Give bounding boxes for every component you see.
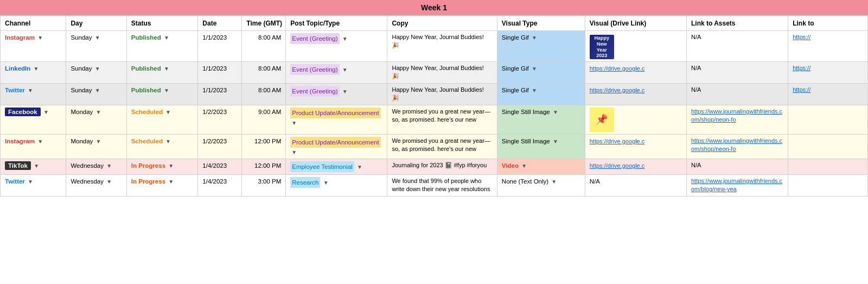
day-dropdown-arrow[interactable]: ▼ <box>96 138 101 144</box>
channel-label: LinkedIn <box>5 65 30 72</box>
channel-label: Twitter <box>5 178 25 185</box>
topic-dropdown-arrow[interactable]: ▼ <box>342 67 348 73</box>
day-label: Wednesday <box>71 178 104 185</box>
status-badge: Scheduled <box>131 138 163 144</box>
visual-type-dropdown-arrow[interactable]: ▼ <box>532 87 537 93</box>
channel-dropdown-arrow[interactable]: ▼ <box>34 163 39 169</box>
visual-type-dropdown-arrow[interactable]: ▼ <box>553 138 558 144</box>
cell-copy: We found that 99% of people who write do… <box>387 174 497 196</box>
visual-type-dropdown-arrow[interactable]: ▼ <box>551 179 557 185</box>
day-label: Sunday <box>71 34 92 41</box>
assets-link[interactable]: https://www.journalingwithfriends.com/sh… <box>691 137 782 152</box>
cell-date: 1/2/2023 <box>198 134 242 159</box>
cell-assets: N/A <box>686 159 788 174</box>
cell-time: 8:00 AM <box>242 83 286 105</box>
cell-topic: Product Update/Announcement ▼ <box>286 105 387 134</box>
day-dropdown-arrow[interactable]: ▼ <box>106 179 112 185</box>
status-dropdown-arrow[interactable]: ▼ <box>165 138 171 144</box>
table-row: Instagram ▼Monday ▼Scheduled ▼1/2/202312… <box>1 134 868 159</box>
visual-type-label: Single Gif <box>502 65 529 72</box>
cell-status: In Progress ▼ <box>126 159 198 174</box>
visual-drive-link[interactable]: https://drive.google.c <box>590 138 645 144</box>
visual-type-dropdown-arrow[interactable]: ▼ <box>532 35 537 41</box>
day-dropdown-arrow[interactable]: ▼ <box>95 35 100 41</box>
col-header-status: Status <box>126 16 198 31</box>
cell-visual-drive: https://drive.google.c <box>585 134 686 159</box>
status-badge: Published <box>131 65 161 72</box>
status-dropdown-arrow[interactable]: ▼ <box>164 35 169 41</box>
cell-assets: N/A <box>686 31 788 62</box>
cell-date: 1/1/2023 <box>198 31 242 62</box>
status-badge: Published <box>131 34 161 41</box>
channel-dropdown-arrow[interactable]: ▼ <box>37 138 43 144</box>
cell-status: In Progress ▼ <box>126 174 198 196</box>
topic-label: Event (Greeting) <box>290 86 339 97</box>
cell-status: Published ▼ <box>126 31 198 62</box>
cell-visual-type: Single Gif ▼ <box>497 62 585 84</box>
visual-type-dropdown-arrow[interactable]: ▼ <box>532 66 537 72</box>
cell-visual-drive: 📌 <box>585 105 686 134</box>
link-value[interactable]: https:// <box>793 34 810 40</box>
col-header-visual-drive: Visual (Drive Link) <box>585 16 686 31</box>
cell-link: https:// <box>788 83 868 105</box>
topic-dropdown-arrow[interactable]: ▼ <box>342 36 348 42</box>
link-value[interactable]: https:// <box>793 86 810 93</box>
channel-label: Facebook <box>5 108 41 116</box>
table-header: Channel Day Status Date Time (GMT) Post … <box>1 16 868 31</box>
visual-type-label: None (Text Only) <box>502 178 548 185</box>
cell-visual-type: Single Still Image ▼ <box>497 134 585 159</box>
status-dropdown-arrow[interactable]: ▼ <box>168 163 174 169</box>
cell-day: Wednesday ▼ <box>66 174 126 196</box>
visual-drive-link[interactable]: https://drive.google.c <box>590 65 645 72</box>
visual-type-label: Single Gif <box>502 34 529 41</box>
week-header: Week 1 <box>0 0 868 16</box>
day-dropdown-arrow[interactable]: ▼ <box>106 163 112 169</box>
day-dropdown-arrow[interactable]: ▼ <box>95 66 100 72</box>
topic-dropdown-arrow[interactable]: ▼ <box>323 180 329 186</box>
cell-day: Wednesday ▼ <box>66 159 126 174</box>
link-value[interactable]: https:// <box>793 65 810 71</box>
cell-day: Monday ▼ <box>66 134 126 159</box>
visual-type-label: Video <box>502 162 519 169</box>
cell-channel: TikTok ▼ <box>1 159 66 174</box>
channel-dropdown-arrow[interactable]: ▼ <box>33 66 39 72</box>
cell-topic: Event (Greeting) ▼ <box>286 62 387 84</box>
assets-link[interactable]: https://www.journalingwithfriends.com/bl… <box>691 178 782 192</box>
cell-visual-drive: https://drive.google.c <box>585 83 686 105</box>
topic-dropdown-arrow[interactable]: ▼ <box>291 149 297 155</box>
status-dropdown-arrow[interactable]: ▼ <box>168 179 174 185</box>
channel-label: Twitter <box>5 87 25 93</box>
channel-dropdown-arrow[interactable]: ▼ <box>28 179 33 185</box>
assets-link[interactable]: https://www.journalingwithfriends.com/sh… <box>691 108 782 123</box>
day-dropdown-arrow[interactable]: ▼ <box>96 109 101 115</box>
topic-dropdown-arrow[interactable]: ▼ <box>291 120 297 126</box>
cell-copy: Happy New Year, Journal Buddies! 🎉 <box>387 62 497 84</box>
status-dropdown-arrow[interactable]: ▼ <box>164 87 169 93</box>
cell-copy: Happy New Year, Journal Buddies! 🎉 <box>387 83 497 105</box>
cell-link <box>788 134 868 159</box>
cell-channel: Instagram ▼ <box>1 134 66 159</box>
topic-dropdown-arrow[interactable]: ▼ <box>357 164 362 170</box>
status-badge: In Progress <box>131 162 165 169</box>
cell-status: Scheduled ▼ <box>126 105 198 134</box>
cell-day: Sunday ▼ <box>66 31 126 62</box>
cell-topic: Event (Greeting) ▼ <box>286 31 387 62</box>
col-header-link: Link to <box>788 16 868 31</box>
cell-channel: LinkedIn ▼ <box>1 62 66 84</box>
visual-type-dropdown-arrow[interactable]: ▼ <box>553 109 558 115</box>
status-dropdown-arrow[interactable]: ▼ <box>165 109 171 115</box>
channel-dropdown-arrow[interactable]: ▼ <box>43 109 49 115</box>
channel-dropdown-arrow[interactable]: ▼ <box>28 87 33 93</box>
cell-topic: Employee Testimonial ▼ <box>286 159 387 174</box>
visual-type-dropdown-arrow[interactable]: ▼ <box>521 163 527 169</box>
col-header-date: Date <box>198 16 242 31</box>
channel-dropdown-arrow[interactable]: ▼ <box>37 35 43 41</box>
visual-drive-link[interactable]: https://drive.google.c <box>590 162 645 169</box>
topic-dropdown-arrow[interactable]: ▼ <box>342 89 348 94</box>
day-dropdown-arrow[interactable]: ▼ <box>95 87 100 93</box>
visual-drive-link[interactable]: https://drive.google.c <box>590 87 645 93</box>
cell-copy: We promised you a great new year—so, as … <box>387 105 497 134</box>
cell-visual-type: Single Still Image ▼ <box>497 105 585 134</box>
cell-topic: Event (Greeting) ▼ <box>286 83 387 105</box>
status-dropdown-arrow[interactable]: ▼ <box>164 66 169 72</box>
